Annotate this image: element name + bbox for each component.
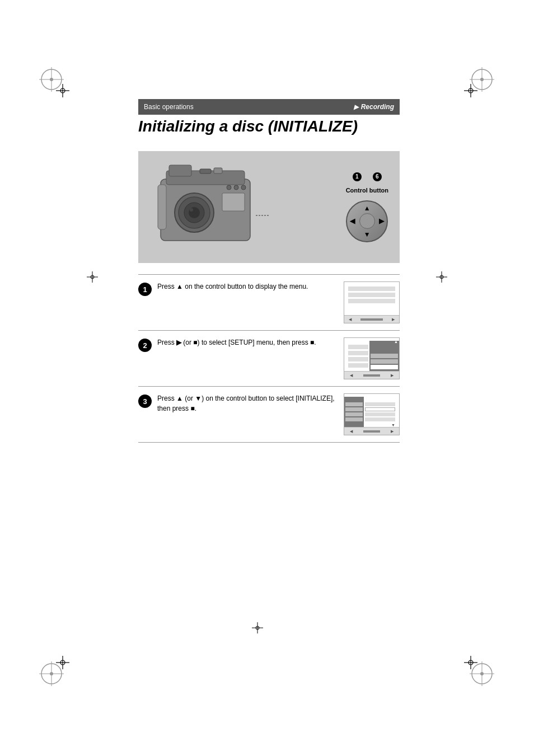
svg-rect-52 xyxy=(158,185,166,229)
svg-point-47 xyxy=(234,185,238,190)
mid-crosshair-bottom xyxy=(252,622,263,636)
up-arrow-icon: ▲ xyxy=(364,204,371,212)
step-3-screen-bar: ◀▶ xyxy=(344,427,399,435)
right-arrow-icon: ▶ xyxy=(379,217,384,225)
corner-crosshair-br xyxy=(464,656,478,672)
step-3-row: 3 Press ▲ (or ▼) on the control button t… xyxy=(138,386,400,443)
left-arrow-icon: ◀ xyxy=(350,217,355,225)
step-1-number: 1 xyxy=(138,283,152,296)
step-3-number: 3 xyxy=(138,395,152,408)
svg-rect-39 xyxy=(169,165,191,176)
page-title: Initializing a disc (INITIALIZE) xyxy=(138,118,358,135)
down-arrow-icon: ▼ xyxy=(364,231,371,238)
corner-crosshair-tl xyxy=(56,84,70,100)
step-2-row: 2 Press ▶ (or ■) to select [SETUP] menu,… xyxy=(138,330,400,386)
step-2-screen: ▲ ◀▶ xyxy=(344,337,400,379)
recording-label: Recording xyxy=(361,103,394,111)
svg-point-44 xyxy=(190,208,193,212)
steps-container: 1 Press ▲ on the control button to displ… xyxy=(138,274,400,443)
svg-point-3 xyxy=(50,78,53,81)
svg-point-46 xyxy=(227,185,231,190)
corner-crosshair-tr xyxy=(464,84,478,100)
mid-crosshair-right xyxy=(436,271,447,285)
svg-rect-49 xyxy=(200,169,211,173)
recording-arrow: ▶ Recording xyxy=(354,103,394,111)
camera-diagram-area: 1 6 Control button ▲ ▼ ◀ ▶ xyxy=(138,151,400,263)
step-2-number: 2 xyxy=(138,339,152,352)
center-button xyxy=(359,213,375,229)
step6-label: 6 xyxy=(373,172,382,181)
svg-point-10 xyxy=(480,78,484,81)
step-1-row: 1 Press ▲ on the control button to displ… xyxy=(138,274,400,330)
corner-crosshair-bl xyxy=(56,656,70,672)
step-1-screen: ◀▶ xyxy=(344,281,400,323)
step-2-content: Press ▶ (or ■) to select [SETUP] menu, t… xyxy=(157,337,338,348)
step-2-screen-bar: ◀▶ xyxy=(344,371,399,379)
svg-point-48 xyxy=(241,185,246,190)
section-label: Basic operations xyxy=(144,103,194,111)
step-3-content: Press ▲ (or ▼) on the control button to … xyxy=(157,393,338,414)
step-1-screen-bar: ◀▶ xyxy=(344,315,399,323)
camera-illustration xyxy=(149,162,273,252)
svg-rect-50 xyxy=(214,168,222,173)
mid-crosshair-left xyxy=(87,271,98,285)
control-button-label: Control button xyxy=(346,187,388,194)
control-button: ▲ ▼ ◀ ▶ xyxy=(346,200,388,242)
svg-point-17 xyxy=(50,672,53,675)
step1-label: 1 xyxy=(353,172,362,181)
svg-rect-45 xyxy=(222,193,245,211)
step-1-content: Press ▲ on the control button to display… xyxy=(157,281,338,292)
svg-point-24 xyxy=(480,672,484,675)
step-3-screen: ▼ ◀▶ xyxy=(344,393,400,435)
control-button-panel: 1 6 Control button ▲ ▼ ◀ ▶ xyxy=(346,172,388,242)
header-bar: Basic operations ▶ Recording xyxy=(138,99,400,115)
control-labels: 1 6 xyxy=(353,172,382,181)
